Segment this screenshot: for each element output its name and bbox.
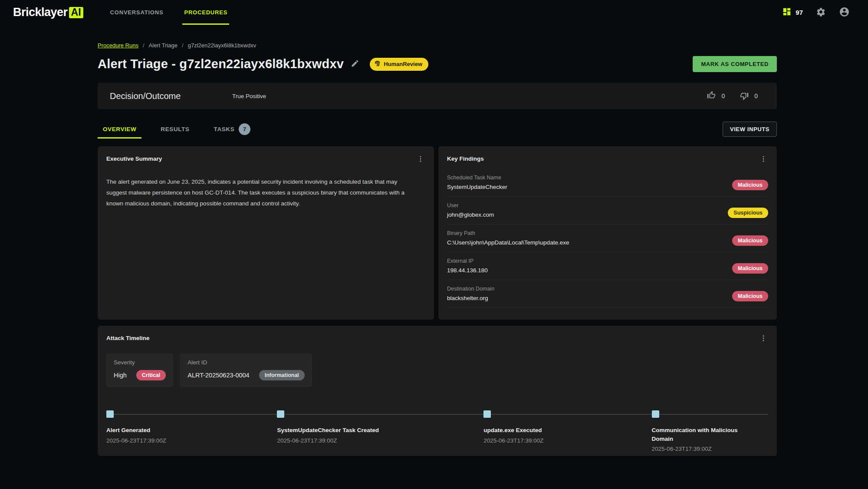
- timeline-event-time: 2025-06-23T17:39:00Z: [483, 437, 614, 444]
- timeline-event-alert-generated: Alert Generated 2025-06-23T17:39:00Z: [106, 410, 237, 444]
- thumbs-up-icon: [707, 90, 716, 102]
- finding-value: blackshelter.org: [447, 295, 494, 301]
- tab-results-label: RESULTS: [161, 126, 189, 132]
- attack-timeline-menu-button[interactable]: [759, 334, 768, 344]
- finding-row-binary-path: Binary Path C:\Users\john\AppData\Local\…: [447, 225, 768, 252]
- avatar-icon: [839, 7, 850, 19]
- finding-text: User john@globex.com: [447, 202, 494, 218]
- executive-summary-card: Executive Summary The alert generated on…: [98, 146, 434, 320]
- finding-label: Binary Path: [447, 230, 569, 236]
- kebab-icon: [760, 337, 767, 344]
- timeline-event-time: 2025-06-23T17:39:00Z: [106, 437, 237, 444]
- status-badge-suspicious: Suspicious: [728, 208, 768, 218]
- key-findings-menu-button[interactable]: [759, 154, 768, 165]
- brand-logo[interactable]: Bricklayer AI: [13, 0, 83, 25]
- alert-id-value: ALRT-20250623-0004: [187, 372, 249, 379]
- finding-row-scheduled-task: Scheduled Task Name SystemUpdateChecker …: [447, 169, 768, 197]
- tab-overview[interactable]: OVERVIEW: [98, 119, 141, 139]
- timeline-marker[interactable]: [106, 410, 114, 418]
- feedback-votes: 0 0: [707, 90, 758, 102]
- edit-title-button[interactable]: [351, 59, 359, 69]
- timeline-event-exe-executed: update.exe Executed 2025-06-23T17:39:00Z: [483, 410, 614, 444]
- finding-label: External IP: [447, 258, 488, 264]
- breadcrumb-separator: /: [182, 42, 184, 49]
- brand-ai-mark: AI: [69, 7, 83, 18]
- overview-cards-row: Executive Summary The alert generated on…: [98, 146, 777, 320]
- alert-id-box: Alert ID ALRT-20250623-0004 Informationa…: [180, 354, 312, 387]
- tab-list: OVERVIEW RESULTS TASKS 7: [98, 119, 256, 139]
- thumbs-down-button[interactable]: 0: [740, 91, 758, 101]
- human-review-badge: HumanReview: [370, 58, 428, 71]
- view-inputs-button[interactable]: VIEW INPUTS: [723, 122, 777, 137]
- thumbs-up-button[interactable]: 0: [707, 90, 725, 102]
- tasks-count-badge: 7: [239, 123, 250, 135]
- status-badge-malicious: Malicious: [732, 263, 768, 274]
- page-title: Alert Triage - g7zl2en22iayx6l8k1bxwdxv: [98, 57, 344, 71]
- tabs-row: OVERVIEW RESULTS TASKS 7 VIEW INPUTS: [98, 119, 777, 139]
- top-nav-bar: Bricklayer AI CONVERSATIONS PROCEDURES 9…: [0, 0, 868, 25]
- breadcrumb-separator: /: [143, 42, 145, 49]
- account-button[interactable]: [839, 7, 850, 19]
- finding-text: External IP 198.44.136.180: [447, 258, 488, 274]
- timeline-marker[interactable]: [277, 410, 284, 418]
- timeline-marker[interactable]: [483, 410, 491, 418]
- mark-as-completed-button[interactable]: MARK AS COMPLETED: [693, 56, 777, 72]
- key-findings-card: Key Findings Scheduled Task Name SystemU…: [438, 146, 777, 320]
- alert-id-label: Alert ID: [187, 359, 305, 366]
- decision-outcome-label: Decision/Outcome: [110, 91, 232, 101]
- blocks-icon: [782, 7, 792, 18]
- attack-timeline-header: Attack Timeline: [106, 334, 768, 344]
- finding-row-destination-domain: Destination Domain blackshelter.org Mali…: [447, 280, 768, 308]
- severity-value: High: [114, 372, 127, 379]
- critical-badge: Critical: [136, 370, 166, 380]
- kebab-icon: [760, 158, 767, 164]
- severity-label: Severity: [114, 359, 166, 366]
- attack-timeline-card: Attack Timeline Severity High Critical A…: [98, 326, 777, 456]
- thumbs-down-icon: [740, 91, 749, 101]
- tab-overview-label: OVERVIEW: [103, 126, 136, 132]
- brand-name: Bricklayer: [13, 6, 68, 19]
- finding-label: User: [447, 202, 494, 208]
- fingerprint-icon: [374, 60, 381, 69]
- findings-list: Scheduled Task Name SystemUpdateChecker …: [447, 169, 768, 308]
- primary-nav: CONVERSATIONS PROCEDURES: [110, 0, 228, 25]
- timeline-event-title: update.exe Executed: [483, 426, 614, 435]
- finding-value: C:\Users\john\AppData\Local\Temp\update.…: [447, 239, 569, 246]
- timeline-event-time: 2025-06-23T17:39:00Z: [277, 437, 407, 444]
- nav-procedures[interactable]: PROCEDURES: [184, 0, 227, 25]
- finding-row-external-ip: External IP 198.44.136.180 Malicious: [447, 252, 768, 280]
- breadcrumb: Procedure Runs / Alert Triage / g7zl2en2…: [98, 42, 777, 49]
- human-review-label: HumanReview: [384, 61, 422, 67]
- executive-summary-menu-button[interactable]: [416, 154, 425, 165]
- timeline-marker[interactable]: [652, 410, 659, 418]
- nav-conversations[interactable]: CONVERSATIONS: [110, 0, 164, 25]
- executive-summary-header: Executive Summary: [106, 154, 425, 165]
- topbar-right: 97: [782, 0, 850, 25]
- main-content: Procedure Runs / Alert Triage / g7zl2en2…: [98, 42, 777, 473]
- credits-indicator[interactable]: 97: [782, 7, 803, 18]
- tab-tasks[interactable]: TASKS 7: [209, 119, 256, 139]
- executive-summary-title: Executive Summary: [106, 154, 162, 162]
- settings-button[interactable]: [816, 7, 826, 18]
- finding-value: 198.44.136.180: [447, 267, 488, 274]
- kebab-icon: [417, 158, 424, 164]
- tab-results[interactable]: RESULTS: [155, 119, 194, 139]
- breadcrumb-procedure-runs[interactable]: Procedure Runs: [98, 42, 138, 49]
- tab-tasks-label: TASKS: [214, 126, 235, 132]
- decision-outcome-bar: Decision/Outcome True Positive 0 0: [98, 83, 777, 109]
- finding-label: Destination Domain: [447, 286, 494, 292]
- finding-text: Binary Path C:\Users\john\AppData\Local\…: [447, 230, 569, 246]
- gear-icon: [816, 7, 826, 18]
- status-badge-malicious: Malicious: [732, 235, 768, 246]
- timeline-event-title: Alert Generated: [106, 426, 237, 435]
- key-findings-title: Key Findings: [447, 154, 484, 162]
- finding-row-user: User john@globex.com Suspicious: [447, 197, 768, 225]
- thumbs-up-count: 0: [721, 93, 725, 99]
- attack-timeline-track: Alert Generated 2025-06-23T17:39:00Z Sys…: [106, 410, 768, 465]
- severity-box: Severity High Critical: [106, 354, 173, 387]
- executive-summary-body: The alert generated on June 23, 2025, in…: [106, 177, 425, 209]
- finding-text: Scheduled Task Name SystemUpdateChecker: [447, 175, 507, 190]
- timeline-event-time: 2025-06-23T17:39:00Z: [652, 446, 744, 452]
- pencil-icon: [351, 59, 359, 69]
- timeline-event-malicious-communication: Communication with Malicious Domain 2025…: [652, 410, 744, 452]
